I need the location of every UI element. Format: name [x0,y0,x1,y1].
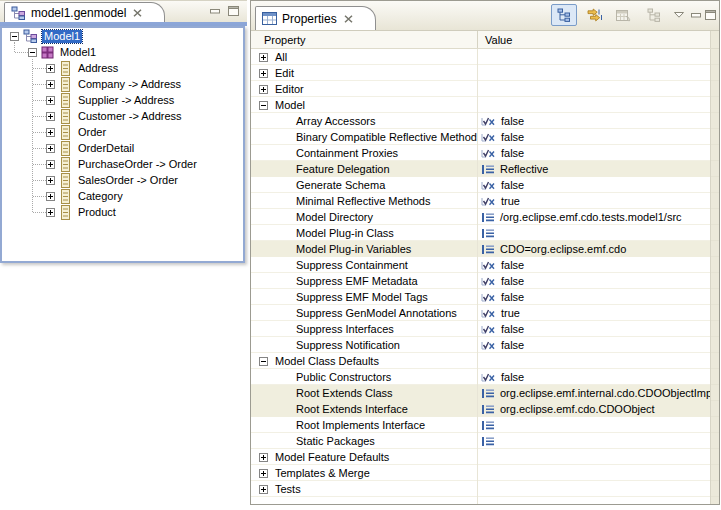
show-advanced-properties-button[interactable] [581,4,607,26]
property-column-header[interactable]: Property [251,31,478,48]
collapse-icon[interactable] [259,357,268,366]
expand-icon[interactable] [259,469,268,478]
boolean-value-icon [481,116,496,127]
value-column-header[interactable]: Value [478,34,710,46]
property-row[interactable]: Root Extends Interfaceorg.eclipse.emf.cd… [251,401,719,417]
row-filler [710,353,719,369]
property-row[interactable]: Root Extends Classorg.eclipse.emf.intern… [251,385,719,401]
expand-icon[interactable] [46,80,55,89]
expand-icon[interactable] [46,192,55,201]
expand-icon[interactable] [259,453,268,462]
category-row[interactable]: Tests [251,481,719,497]
category-label: Tests [275,482,301,497]
property-value: false [501,370,524,385]
text-value-icon [481,420,495,431]
expand-icon[interactable] [46,208,55,217]
tree-item[interactable]: OrderDetail [2,140,243,156]
property-row[interactable]: Suppress Notificationfalse [251,337,719,353]
minimize-icon[interactable] [210,8,220,14]
properties-tab[interactable]: Properties [255,6,376,30]
close-icon[interactable] [344,15,353,23]
tree-item[interactable]: Supplier -> Address [2,92,243,108]
property-row[interactable]: Array Accessorsfalse [251,113,719,129]
property-name: Model Plug-in Class [296,226,394,241]
tree-item[interactable]: Address [2,60,243,76]
expand-icon[interactable] [46,176,55,185]
tree-item-label: Category [76,190,125,203]
text-value-icon [481,244,495,255]
tree-item[interactable]: Category [2,188,243,204]
row-filler [710,449,719,465]
property-row[interactable]: Static Packages [251,433,719,449]
property-row[interactable]: Generate Schemafalse [251,177,719,193]
tree-item-label: OrderDetail [76,142,136,155]
tree-item[interactable]: Model1 [2,28,243,44]
property-name: Feature Delegation [296,162,390,177]
tree-item[interactable]: Customer -> Address [2,108,243,124]
category-row[interactable]: Model Class Defaults [251,353,719,369]
category-row[interactable]: Templates & Merge [251,465,719,481]
property-row[interactable]: Suppress Interfacesfalse [251,321,719,337]
row-filler [710,369,719,385]
property-row[interactable]: Suppress GenModel Annotationstrue [251,305,719,321]
collapse-icon[interactable] [259,101,268,110]
class-icon [59,173,72,188]
boolean-value-icon [481,340,496,351]
show-categories-button[interactable] [641,4,667,26]
properties-tab-title: Properties [282,12,337,26]
close-icon[interactable] [133,9,142,17]
row-filler [710,241,719,257]
tree-item[interactable]: Model1 [2,44,243,60]
tree-item-label: Customer -> Address [76,110,184,123]
category-row[interactable]: All [251,49,719,65]
property-row[interactable]: Public Constructorsfalse [251,369,719,385]
expand-icon[interactable] [259,53,268,62]
collapse-icon[interactable] [28,48,37,57]
property-row[interactable]: Root Implements Interface [251,417,719,433]
property-row[interactable]: Binary Compatible Reflective Methodsfals… [251,129,719,145]
property-row[interactable]: Suppress Containmentfalse [251,257,719,273]
category-row[interactable]: Editor [251,81,719,97]
property-row[interactable]: Suppress EMF Metadatafalse [251,273,719,289]
category-row[interactable]: Edit [251,65,719,81]
tree-mode-button[interactable] [551,4,577,26]
tree-item[interactable]: SalesOrder -> Order [2,172,243,188]
category-row[interactable]: Model [251,97,719,113]
maximize-icon[interactable] [228,6,239,16]
property-name: Binary Compatible Reflective Methods [296,130,478,145]
property-row[interactable]: Feature DelegationReflective [251,161,719,177]
expand-icon[interactable] [259,485,268,494]
expand-icon[interactable] [46,128,55,137]
genmodel-icon [23,29,38,43]
property-row[interactable]: Model Plug-in VariablesCDO=org.eclipse.e… [251,241,719,257]
expand-icon[interactable] [46,160,55,169]
row-filler [710,417,719,433]
tree-connector [33,100,46,101]
minimize-icon[interactable] [691,12,701,18]
expand-icon[interactable] [46,112,55,121]
property-row[interactable]: Containment Proxiesfalse [251,145,719,161]
tree-item[interactable]: Product [2,204,243,220]
expand-icon[interactable] [46,144,55,153]
category-row[interactable]: Model Feature Defaults [251,449,719,465]
view-menu-icon[interactable] [674,12,684,18]
property-row[interactable]: Suppress EMF Model Tagsfalse [251,289,719,305]
property-row[interactable]: Minimal Reflective Methodstrue [251,193,719,209]
maximize-icon[interactable] [705,10,716,20]
property-row[interactable]: Model Directory/org.eclipse.emf.cdo.test… [251,209,719,225]
tree-item-label: Company -> Address [76,78,183,91]
collapse-icon[interactable] [10,32,19,41]
tree-item[interactable]: Company -> Address [2,76,243,92]
expand-icon[interactable] [46,64,55,73]
property-name: Minimal Reflective Methods [296,194,431,209]
expand-icon[interactable] [46,96,55,105]
tree-item[interactable]: Order [2,124,243,140]
editor-tab[interactable]: model1.genmodel [4,2,165,23]
tree-item[interactable]: PurchaseOrder -> Order [2,156,243,172]
restore-default-value-button[interactable] [611,4,637,26]
expand-icon[interactable] [259,85,268,94]
tree-connector [33,116,46,117]
properties-toolbar [551,4,716,26]
property-row[interactable]: Model Plug-in Class [251,225,719,241]
expand-icon[interactable] [259,69,268,78]
